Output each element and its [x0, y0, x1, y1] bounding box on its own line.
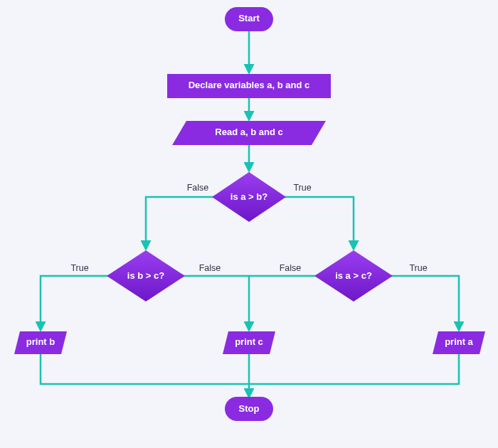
- decision-a-gt-b: is a > b?: [212, 172, 286, 222]
- decision1-label: is a > b?: [231, 191, 267, 202]
- declare-process: Declare variables a, b and c: [167, 74, 331, 98]
- start-label: Start: [238, 13, 260, 23]
- print-a-label: print a: [445, 336, 473, 347]
- print-b-io: print b: [14, 331, 67, 354]
- stop-label: Stop: [239, 403, 260, 414]
- print-a-io: print a: [433, 331, 485, 354]
- print-b-label: print b: [26, 336, 55, 347]
- decision-a-gt-c: is a > c?: [314, 250, 393, 302]
- read-io: Read a, b and c: [172, 121, 326, 145]
- edge-dec1-false: False: [187, 183, 209, 193]
- print-c-io: print c: [223, 331, 275, 354]
- edge-dec3-true: True: [409, 263, 427, 273]
- declare-label: Declare variables a, b and c: [189, 80, 310, 90]
- edge-dec3-false: False: [280, 263, 302, 273]
- print-c-label: print c: [235, 336, 263, 347]
- decision2-label: is b > c?: [127, 270, 164, 281]
- edge-dec1-true: True: [293, 183, 311, 193]
- edge-dec2-true: True: [70, 263, 88, 273]
- edge-dec2-false: False: [199, 263, 221, 273]
- start-terminator: Start: [225, 7, 273, 31]
- read-label: Read a, b and c: [215, 127, 282, 137]
- stop-terminator: Stop: [225, 397, 273, 421]
- decision-b-gt-c: is b > c?: [107, 250, 185, 302]
- decision3-label: is a > c?: [335, 270, 372, 281]
